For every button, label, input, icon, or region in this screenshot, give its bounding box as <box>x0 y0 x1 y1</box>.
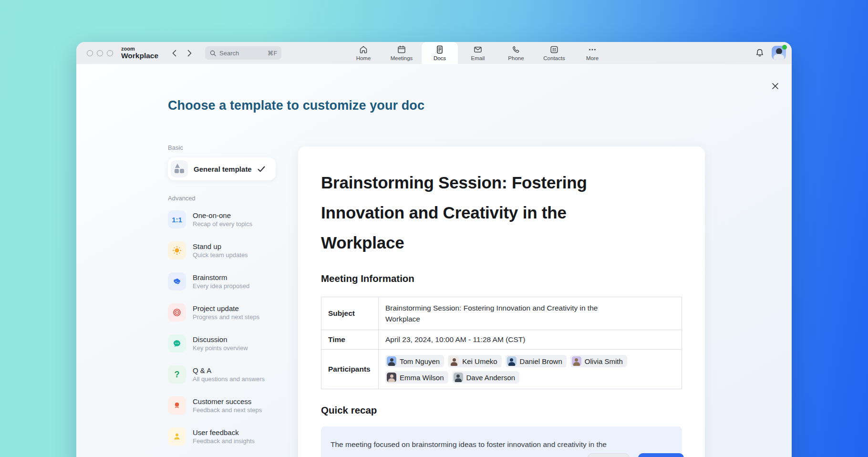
modal-secondary-button[interactable] <box>588 453 630 457</box>
window-control-minimize[interactable] <box>97 50 103 56</box>
doc-title: Brainstorming Session: Fostering Innovat… <box>321 167 636 258</box>
table-row-time: Time April 23, 2024, 10:00 AM - 11:28 AM… <box>321 330 682 350</box>
table-row-subject: Subject Brainstorming Session: Fostering… <box>321 297 682 330</box>
template-brainstorm[interactable]: Brainstorm Every idea proposed <box>168 270 277 293</box>
participant-chip[interactable]: Emma Wilson <box>385 371 448 384</box>
template-title: Stand up <box>193 242 248 251</box>
tab-more[interactable]: More <box>574 42 610 64</box>
participant-avatar <box>387 373 396 382</box>
general-template-icon <box>171 160 188 177</box>
search-bar[interactable]: ⌘F <box>205 46 281 60</box>
quick-recap-text: The meeting focused on brainstorming ide… <box>331 439 617 450</box>
logo-zoom-text: zoom <box>121 46 158 52</box>
template-q-and-a[interactable]: ? Q & A All questions and answers <box>168 363 277 386</box>
home-icon <box>359 45 368 54</box>
close-icon <box>772 83 779 90</box>
window-control-zoom[interactable] <box>107 50 113 56</box>
template-user-feedback[interactable]: User feedback Feedback and insights <box>168 425 277 448</box>
target-icon <box>168 303 186 322</box>
zoom-workplace-logo: zoom Workplace <box>121 46 158 60</box>
window-controls <box>87 50 113 56</box>
tab-email[interactable]: Email <box>460 42 496 64</box>
meeting-information-heading: Meeting Information <box>321 273 682 284</box>
tab-docs-label: Docs <box>434 55 446 61</box>
medal-icon <box>168 396 186 415</box>
template-title: Discussion <box>193 335 248 344</box>
modal-primary-button[interactable] <box>638 453 684 457</box>
participant-name: Dave Anderson <box>466 374 516 382</box>
template-general-label: General template <box>194 165 252 173</box>
template-subtitle: All questions and answers <box>193 375 265 384</box>
tab-docs[interactable]: Docs <box>422 42 458 64</box>
bell-icon <box>755 48 765 58</box>
tab-email-label: Email <box>471 55 485 61</box>
chat-bubble-icon <box>168 334 186 353</box>
template-title: Brainstorm <box>193 273 249 282</box>
nav-forward-button[interactable] <box>185 49 194 57</box>
online-status-dot <box>782 45 787 50</box>
one-on-one-icon: 1:1 <box>168 210 186 228</box>
template-title: User feedback <box>193 428 255 437</box>
participant-chip[interactable]: Daniel Brown <box>506 355 567 367</box>
brain-icon <box>168 272 186 291</box>
tab-phone-label: Phone <box>508 55 524 61</box>
tab-home-label: Home <box>356 55 371 61</box>
participant-chip[interactable]: Dave Anderson <box>452 371 520 384</box>
close-button[interactable] <box>769 80 781 92</box>
search-input[interactable] <box>219 50 259 57</box>
topbar-right-cluster <box>754 42 786 64</box>
tab-meetings-label: Meetings <box>391 55 413 61</box>
logo-workplace-text: Workplace <box>121 52 158 60</box>
template-stand-up[interactable]: Stand up Quick team updates <box>168 239 277 262</box>
template-project-update[interactable]: Project update Progress and next steps <box>168 301 277 324</box>
participant-name: Emma Wilson <box>400 374 444 382</box>
tab-contacts[interactable]: Contacts <box>536 42 572 64</box>
template-discussion[interactable]: Discussion Key points overview <box>168 332 277 355</box>
calendar-icon <box>397 45 406 54</box>
participant-avatar <box>449 356 459 366</box>
template-chooser-modal: Choose a template to customize your doc … <box>76 64 792 457</box>
window-control-close[interactable] <box>87 50 93 56</box>
participant-name: Tom Nguyen <box>400 357 440 365</box>
primary-navigation: Home Meetings Docs Email Phone <box>345 42 612 64</box>
docs-icon <box>435 45 444 54</box>
phone-icon <box>511 45 521 54</box>
sun-icon <box>168 241 186 260</box>
more-ellipsis-icon <box>588 45 597 54</box>
template-subtitle: Quick team updates <box>193 251 248 260</box>
participant-chip[interactable]: Kei Umeko <box>448 355 501 367</box>
tab-meetings[interactable]: Meetings <box>383 42 420 64</box>
template-subtitle: Feedback and insights <box>193 437 255 446</box>
participant-avatar <box>454 373 463 382</box>
tab-more-label: More <box>586 55 599 61</box>
section-label-basic: Basic <box>168 144 277 151</box>
participant-name: Olivia Smith <box>585 357 623 365</box>
template-subtitle: Progress and next steps <box>193 313 259 322</box>
window-titlebar: zoom Workplace ⌘F Home <box>76 42 792 64</box>
notifications-button[interactable] <box>754 48 765 58</box>
participant-chip[interactable]: Tom Nguyen <box>385 355 444 367</box>
email-icon <box>473 45 483 54</box>
template-subtitle: Feedback and next steps <box>193 406 262 415</box>
participant-chip[interactable]: Olivia Smith <box>570 355 627 367</box>
time-value: April 23, 2024, 10:00 AM - 11:28 AM (CST… <box>379 330 682 350</box>
tab-phone[interactable]: Phone <box>498 42 534 64</box>
participant-name: Kei Umeko <box>462 357 497 365</box>
tab-home[interactable]: Home <box>345 42 382 64</box>
user-avatar[interactable] <box>772 46 786 60</box>
nav-back-button[interactable] <box>170 49 178 57</box>
subject-label: Subject <box>321 297 379 330</box>
participants-label: Participants <box>321 350 379 389</box>
template-title: Q & A <box>193 366 265 375</box>
participant-name: Daniel Brown <box>520 357 562 365</box>
template-customer-success[interactable]: Customer success Feedback and next steps <box>168 394 277 417</box>
desktop-background: zoom Workplace ⌘F Home <box>0 0 868 457</box>
meeting-info-table: Subject Brainstorming Session: Fostering… <box>321 297 682 389</box>
template-general[interactable]: General template <box>168 157 276 180</box>
participant-avatar <box>507 356 517 366</box>
doc-preview-card: Brainstorming Session: Fostering Innovat… <box>298 146 705 457</box>
zoom-workplace-window: zoom Workplace ⌘F Home <box>76 42 792 457</box>
table-row-participants: Participants Tom Nguyen Kei Umeko <box>321 350 682 389</box>
search-icon <box>209 50 217 57</box>
template-one-on-one[interactable]: 1:1 One-on-one Recap of every topics <box>168 208 277 231</box>
